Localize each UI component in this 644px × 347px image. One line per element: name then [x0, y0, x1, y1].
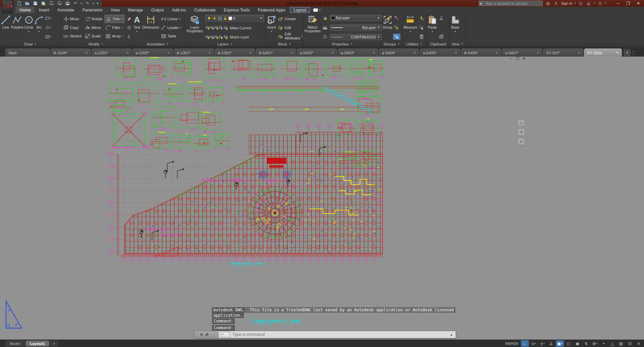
make-current-button[interactable]: Make Current: [230, 26, 251, 30]
autoscale-toggle[interactable]: ↯: [582, 340, 590, 347]
table-button[interactable]: Table: [160, 32, 183, 40]
annotation-monitor-toggle[interactable]: △: [608, 340, 616, 347]
layer-tool-icon[interactable]: [205, 25, 210, 30]
region-tool-button[interactable]: ▾: [44, 25, 52, 31]
customization-toggle[interactable]: ≡: [635, 340, 643, 347]
base-dropdown-icon[interactable]: ▼: [454, 30, 457, 33]
scale-button[interactable]: Scale: [84, 32, 103, 40]
model-tab[interactable]: Model: [5, 341, 25, 346]
ribbon-tab-annotate[interactable]: Annotate: [53, 7, 78, 13]
leader-dropdown-icon[interactable]: ▾: [180, 26, 182, 29]
text-button[interactable]: A Text▼: [132, 14, 142, 40]
new-drawing-tab-button[interactable]: +: [624, 49, 631, 56]
tab-close-icon[interactable]: ✕: [455, 51, 457, 55]
panel-label-modify[interactable]: Modify▼: [61, 41, 131, 47]
copy-button[interactable]: Copy: [63, 24, 83, 32]
polar-tracking-toggle[interactable]: ⊙▾: [530, 340, 538, 347]
edit-block-button[interactable]: Edit: [277, 24, 304, 32]
ribbon-tab-express-tools[interactable]: Express Tools: [220, 7, 254, 13]
annotation-scale-toggle[interactable]: ⊛▾: [591, 340, 599, 347]
file-tab-a-5402[interactable]: a-5402*✕: [297, 49, 337, 57]
app-store-cart-icon[interactable]: [578, 1, 584, 6]
layer-properties-button[interactable]: Layer Properties: [185, 14, 205, 40]
edit-attributes-button[interactable]: Edit Attributes▾: [277, 32, 304, 40]
fillet-button[interactable]: Fillet▾: [105, 24, 124, 32]
clean-screen-toggle[interactable]: ⊡: [626, 340, 634, 347]
tab-close-icon[interactable]: ✕: [85, 51, 88, 55]
base-view-button[interactable]: Base▼: [450, 14, 460, 40]
tab-close-icon[interactable]: ✕: [496, 51, 498, 55]
application-menu-button[interactable]: A▾: [2, 0, 13, 13]
recent-commands-icon[interactable]: >_ ▾: [221, 332, 230, 337]
linetype-dropdown-arrow-icon[interactable]: ▼: [377, 36, 380, 39]
ribbon-tab-add-ins[interactable]: Add-ins: [168, 7, 190, 13]
zoom-extents-icon[interactable]: ⊕: [517, 138, 525, 145]
file-tab-a-5407[interactable]: a-5407*✕: [502, 49, 542, 57]
panel-label-view[interactable]: View▼: [450, 41, 466, 47]
copy-clip-button[interactable]: [438, 34, 445, 40]
group-edit-button[interactable]: [393, 25, 400, 31]
tab-close-icon[interactable]: ✕: [167, 51, 170, 55]
annotation-visibility-toggle[interactable]: ◉: [573, 340, 581, 347]
polyline-button[interactable]: Polyline: [11, 14, 24, 40]
trim-dropdown-icon[interactable]: ▾: [121, 18, 122, 20]
ribbon-tab-insert[interactable]: Insert: [35, 7, 53, 13]
tab-close-icon[interactable]: ✕: [616, 51, 619, 55]
lineweight-dropdown[interactable]: ByLayer ▼: [330, 25, 382, 31]
dwg-drawing[interactable]: POTONGAN - 1POTONGAN - 2TANGGA TYPE 3TAN…: [0, 57, 644, 340]
ribbon-tab-manage[interactable]: Manage: [124, 7, 147, 13]
snap-mode-toggle[interactable]: ∟: [521, 340, 529, 347]
measure-dropdown-icon[interactable]: ▼: [409, 30, 412, 33]
minimize-button[interactable]: ─: [613, 0, 623, 7]
ribbon-display-toggle[interactable]: ▾: [313, 7, 320, 13]
file-tab-st-101[interactable]: ST-101*✕: [543, 49, 583, 57]
autodesk-app-dropdown-icon[interactable]: ▾: [594, 2, 595, 5]
ribbon-tab-parametric[interactable]: Parametric: [78, 7, 107, 13]
help-dropdown-icon[interactable]: ▾: [605, 2, 606, 5]
stretch-button[interactable]: Stretch: [63, 32, 83, 40]
drawing-minimize-button[interactable]: ─: [510, 57, 513, 61]
customize-wrench-icon[interactable]: [205, 332, 210, 337]
file-tab-a-1301[interactable]: A-1301*✕: [174, 49, 214, 57]
restore-button[interactable]: ❐: [623, 0, 633, 7]
layer-tool-icon[interactable]: [214, 35, 218, 39]
id-point-button[interactable]: [418, 25, 425, 31]
array-button[interactable]: Array▾: [105, 32, 124, 40]
tab-close-icon[interactable]: ✕: [578, 51, 580, 55]
new-layout-button[interactable]: +: [50, 341, 58, 346]
autodesk-app-icon[interactable]: [586, 1, 592, 6]
group-selection-toggle[interactable]: [393, 34, 400, 40]
search-history-arrow-icon[interactable]: ▶: [479, 1, 483, 6]
layer-tool-icon[interactable]: [218, 35, 223, 39]
ribbon-tab-collaborate[interactable]: Collaborate: [190, 7, 220, 13]
tab-close-icon[interactable]: ✕: [372, 51, 375, 55]
selection-cycling-toggle[interactable]: ◻: [565, 340, 573, 347]
rotate-button[interactable]: Rotate: [84, 15, 103, 23]
drawing-restore-button[interactable]: ❐: [515, 57, 519, 61]
leader-button[interactable]: Leader▾: [160, 24, 183, 32]
command-line-grip[interactable]: ✕: [194, 331, 219, 338]
object-color-dropdown[interactable]: ByLayer ▼: [330, 15, 382, 21]
tab-overflow-button[interactable]: ⌄⌄: [632, 50, 635, 55]
tab-close-icon[interactable]: ✕: [290, 51, 293, 55]
insert-dropdown-icon[interactable]: ▼: [271, 30, 273, 33]
ribbon-tab-home[interactable]: Home: [15, 7, 35, 13]
sign-in-button[interactable]: Sign In: [561, 1, 572, 5]
file-tab-a-5403[interactable]: a-5403*✕: [338, 49, 378, 57]
file-tab-a-5404[interactable]: a-5404*✕: [379, 49, 419, 57]
move-button[interactable]: Move: [63, 15, 83, 23]
layer-tool-icon[interactable]: [210, 35, 214, 39]
command-close-icon[interactable]: ✕: [200, 333, 203, 337]
dimension-button[interactable]: Dimension: [142, 14, 159, 40]
file-tab-st-102a[interactable]: ST-102a✕: [584, 49, 622, 57]
command-input[interactable]: >_ ▾ Type a command ▲: [219, 331, 456, 338]
linear-dropdown-icon[interactable]: ▾: [179, 18, 180, 20]
file-tab-a-5405[interactable]: a-5405*✕: [420, 49, 460, 57]
command-line[interactable]: ✕ >_ ▾ Type a command ▲: [194, 331, 456, 338]
panel-label-clipboard[interactable]: Clipboard: [427, 41, 450, 47]
layer-dropdown-arrow-icon[interactable]: ▼: [260, 17, 262, 20]
panel-label-layers[interactable]: Layers▼: [184, 41, 266, 47]
arc-button[interactable]: Arc▼: [34, 14, 44, 40]
match-properties-button[interactable]: Match Properties: [304, 14, 321, 40]
hatch-tool-button[interactable]: ▾: [44, 34, 52, 40]
